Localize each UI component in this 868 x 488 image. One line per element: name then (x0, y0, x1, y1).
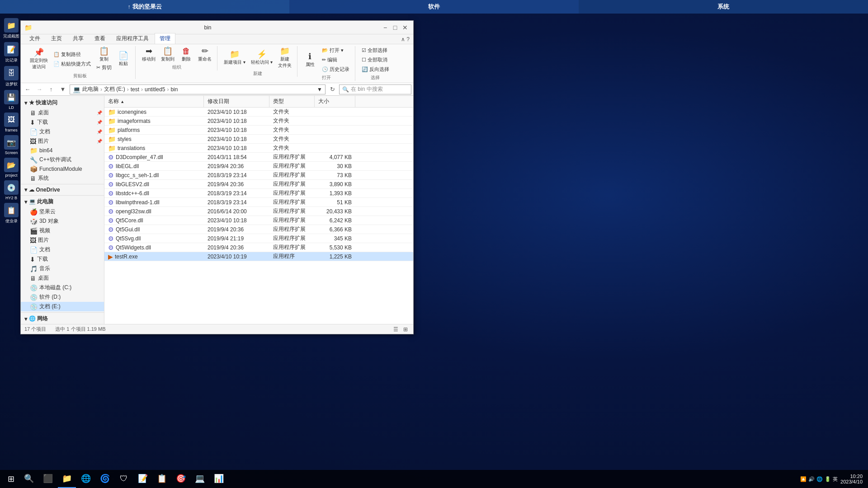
btn-new-item[interactable]: 📁 新建项目 ▾ (222, 49, 247, 66)
file-row-5[interactable]: ⚙ D3Dcompiler_47.dll 2014/3/11 18:54 应用程… (104, 153, 413, 162)
nav-section-quick-access[interactable]: ▾ ★ 快速访问 (21, 98, 104, 108)
nav-forward-button[interactable]: → (34, 84, 44, 94)
systray-volume[interactable]: 🔊 (808, 476, 815, 482)
nav-section-network[interactable]: ▾ 🌐 网络 (21, 314, 104, 324)
col-header-size[interactable]: 大小 (315, 96, 355, 107)
path-test[interactable]: test (131, 86, 139, 93)
nav-item-desktop[interactable]: 🖥 桌面 📌 (21, 108, 104, 117)
search-bar[interactable]: 🔍 在 bin 中搜索 (339, 84, 411, 94)
nav-item-desktop2[interactable]: 🖥 桌面 (21, 273, 104, 283)
path-pc[interactable]: 此电脑 (82, 85, 99, 93)
btn-copy-path[interactable]: 📋复制路径 (52, 50, 93, 59)
file-row-12[interactable]: ⚙ Qt5Core.dll 2023/4/10 10:18 应用程序扩展 6,2… (104, 216, 413, 225)
tab-file[interactable]: 文件 (24, 33, 45, 44)
tab-home[interactable]: 主页 (46, 33, 67, 44)
btn-copy[interactable]: 📋 复制 (96, 46, 112, 63)
systray-arrow[interactable]: 🔼 (800, 476, 807, 482)
nav-item-downloads[interactable]: ⬇ 下载 (21, 254, 104, 264)
col-header-type[interactable]: 类型 (269, 96, 315, 107)
file-row-15[interactable]: ⚙ Qt5Widgets.dll 2019/9/4 20:36 应用程序扩展 5… (104, 243, 413, 252)
col-header-date[interactable]: 修改日期 (204, 96, 269, 107)
top-taskbar-system[interactable]: 系统 (579, 0, 868, 14)
path-doc[interactable]: 文档 (E:) (104, 85, 125, 93)
btn-invert-selection[interactable]: 🔄反向选择 (360, 65, 391, 74)
taskbar-taskview[interactable]: ⬛ (39, 470, 57, 488)
ribbon-collapse[interactable]: ∧ ? (401, 36, 410, 44)
path-untitled5[interactable]: untitled5 (145, 86, 165, 93)
taskbar-clock[interactable]: 10:20 2023/4/10 (840, 474, 863, 484)
desktop-icon-screen[interactable]: 📷 Screen (0, 135, 22, 155)
taskbar-app2[interactable]: 📊 (210, 470, 228, 488)
desktop-icon-frames[interactable]: 🖼 frames (0, 113, 22, 132)
file-row-13[interactable]: ⚙ Qt5Gui.dll 2019/9/4 20:36 应用程序扩展 6,366… (104, 225, 413, 234)
top-taskbar-software[interactable]: 软件 (289, 0, 579, 14)
refresh-button[interactable]: ↻ (327, 84, 337, 94)
desktop-icon-bijilu[interactable]: 📝 比记录 (0, 42, 22, 63)
btn-properties[interactable]: ℹ 属性 (302, 52, 318, 69)
nav-section-thispc[interactable]: ▾ 💻 此电脑 (21, 197, 104, 207)
nav-item-video[interactable]: 🎬 视频 (21, 226, 104, 235)
tab-apptools[interactable]: 应用程序工具 (111, 33, 154, 44)
file-row-1[interactable]: 📁 imageformats 2023/4/10 10:18 文件夹 (104, 117, 413, 126)
view-large-icons-button[interactable]: ⊞ (401, 325, 410, 333)
btn-history[interactable]: 🕓历史记录 (320, 65, 351, 74)
btn-deselect-all[interactable]: ☐全部取消 (360, 56, 391, 64)
nav-item-system[interactable]: 🖥 系统 (21, 174, 104, 183)
btn-new-folder[interactable]: 📁 新建文件夹 (276, 46, 293, 70)
taskbar-terminal[interactable]: 💻 (191, 470, 209, 488)
taskbar-app1[interactable]: 🎯 (172, 470, 190, 488)
btn-cut[interactable]: ✂剪切 (94, 63, 113, 72)
taskbar-search[interactable]: 🔍 (20, 470, 38, 488)
taskbar-chrome[interactable]: 🌐 (77, 470, 95, 488)
address-path[interactable]: 💻 此电脑 › 文档 (E:) › test › untitled5 › bin… (70, 84, 326, 94)
desktop-icon-jieguotu[interactable]: 📁 完成截图 (0, 18, 22, 39)
tab-share[interactable]: 共享 (68, 33, 89, 44)
btn-delete[interactable]: 🗑 删除 (178, 46, 194, 63)
desktop-icon-project[interactable]: 📂 project (0, 158, 22, 178)
file-row-0[interactable]: 📁 iconengines 2023/4/10 10:18 文件夹 (104, 108, 413, 117)
file-row-8[interactable]: ⚙ libGLESV2.dll 2019/9/4 20:36 应用程序扩展 3,… (104, 180, 413, 189)
btn-open[interactable]: 📂打开 ▾ (320, 46, 351, 55)
maximize-button[interactable]: □ (391, 23, 400, 32)
tab-view[interactable]: 查看 (90, 33, 110, 44)
taskbar-edge[interactable]: 🌀 (96, 470, 114, 488)
taskbar-explorer[interactable]: 📁 (58, 470, 76, 488)
file-row-11[interactable]: ⚙ opengl32sw.dll 2016/6/14 20:00 应用程序扩展 … (104, 207, 413, 216)
nav-item-documents[interactable]: 📄 文档 (21, 245, 104, 254)
taskbar-clipboard[interactable]: 📋 (153, 470, 171, 488)
btn-select-all[interactable]: ☑全部选择 (360, 46, 391, 55)
nav-item-music[interactable]: 🎵 音乐 (21, 264, 104, 273)
taskbar-security[interactable]: 🛡 (115, 470, 133, 488)
desktop-icon-ld[interactable]: 💾 LD (0, 90, 22, 110)
close-button[interactable]: ✕ (401, 23, 410, 32)
nav-item-download[interactable]: ⬇ 下载 📌 (21, 117, 104, 127)
nav-section-onedrive[interactable]: ▾ ☁ OneDrive (21, 185, 104, 194)
nav-item-d-drive[interactable]: 💿 软件 (D:) (21, 292, 104, 302)
systray-network[interactable]: 🌐 (816, 476, 823, 482)
btn-edit[interactable]: ✏编辑 (320, 56, 351, 64)
systray-battery[interactable]: 🔋 (825, 476, 831, 482)
systray-language[interactable]: 英 (833, 476, 838, 483)
col-header-name[interactable]: 名称 ▲ (104, 96, 204, 107)
desktop-icon-shiyelu[interactable]: 📋 使业录 (0, 203, 22, 224)
view-details-button[interactable]: ☰ (392, 325, 400, 333)
desktop-icon-hy2b[interactable]: 💿 HY2 B (0, 180, 22, 200)
nav-item-c-drive[interactable]: 💿 本地磁盘 (C:) (21, 283, 104, 292)
nav-item-3d[interactable]: 🎲 3D 对象 (21, 216, 104, 226)
nav-item-pics[interactable]: 🖼 图片 (21, 235, 104, 245)
btn-rename[interactable]: ✏ 重命名 (196, 46, 213, 63)
file-row-7[interactable]: ⚙ libgcc_s_seh-1.dll 2018/3/19 23:14 应用程… (104, 171, 413, 180)
file-row-6[interactable]: ⚙ libEGL.dll 2019/9/4 20:36 应用程序扩展 30 KB (104, 162, 413, 171)
nav-item-pictures[interactable]: 🖼 图片 📌 (21, 136, 104, 146)
btn-move-to[interactable]: ➡ 移动到 (140, 46, 157, 63)
btn-copy-to[interactable]: 📋 复制到 (159, 46, 176, 63)
nav-back-button[interactable]: ← (23, 84, 33, 94)
nav-item-e-drive[interactable]: 💿 文档 (E:) (21, 302, 104, 311)
btn-paste-shortcut[interactable]: 📄粘贴快捷方式 (52, 60, 93, 68)
taskbar-typora[interactable]: 📝 (134, 470, 152, 488)
file-row-4[interactable]: 📁 translations 2023/4/10 10:18 文件夹 (104, 144, 413, 153)
btn-easy-access[interactable]: ⚡ 轻松访问 ▾ (249, 49, 274, 66)
start-button[interactable]: ⊞ (2, 470, 20, 488)
minimize-button[interactable]: − (381, 23, 390, 32)
top-taskbar-jianguoyun[interactable]: ↑ 我的坚果云 (0, 0, 289, 14)
